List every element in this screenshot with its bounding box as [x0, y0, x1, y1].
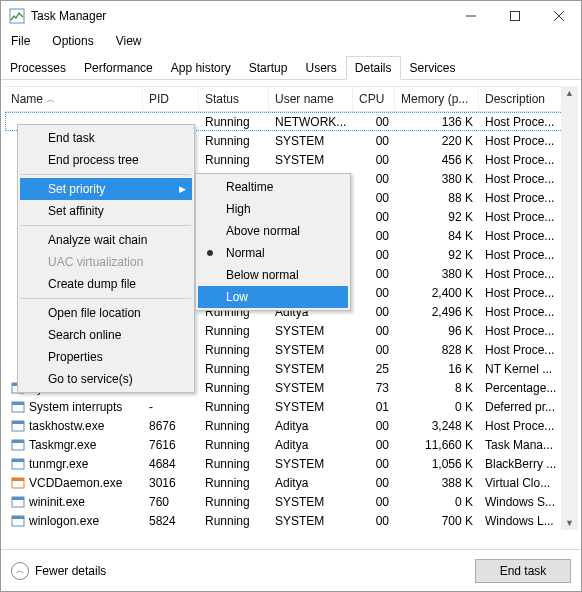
cell-user: Aditya [269, 438, 353, 452]
tab-services[interactable]: Services [401, 56, 465, 80]
priority-above-normal[interactable]: Above normal [198, 220, 348, 242]
table-row[interactable]: tunmgr.exe4684RunningSYSTEM001,056 KBlac… [5, 454, 577, 473]
cell-mem: 96 K [395, 324, 479, 338]
priority-realtime[interactable]: Realtime [198, 176, 348, 198]
close-button[interactable] [537, 1, 581, 31]
cell-mem: 8 K [395, 381, 479, 395]
svg-rect-2 [511, 12, 520, 21]
ctx-uac: UAC virtualization [20, 251, 192, 273]
table-row[interactable]: VCDDaemon.exe3016RunningAditya00388 KVir… [5, 473, 577, 492]
cell-cpu: 00 [353, 514, 395, 528]
cell-cpu: 00 [353, 115, 395, 129]
cell-status: Running [199, 362, 269, 376]
col-name[interactable]: Name︿ [5, 87, 143, 111]
cell-mem: 136 K [395, 115, 479, 129]
cell-status: Running [199, 134, 269, 148]
table-row[interactable]: Taskmgr.exe7616RunningAditya0011,660 KTa… [5, 435, 577, 454]
fewer-details-toggle[interactable]: ︿ Fewer details [11, 562, 106, 580]
cell-cpu: 00 [353, 419, 395, 433]
cell-mem: 0 K [395, 495, 479, 509]
priority-high[interactable]: High [198, 198, 348, 220]
cell-name: wininit.exe [5, 495, 143, 509]
priority-normal[interactable]: Normal [198, 242, 348, 264]
col-cpu[interactable]: CPU [353, 87, 395, 111]
cell-cpu: 00 [353, 476, 395, 490]
col-user[interactable]: User name [269, 87, 353, 111]
menu-options[interactable]: Options [48, 32, 97, 50]
separator [21, 298, 191, 299]
svg-rect-20 [12, 516, 24, 519]
cell-mem: 11,660 K [395, 438, 479, 452]
table-row[interactable]: System interrupts-RunningSYSTEM010 KDefe… [5, 397, 577, 416]
ctx-set-priority-label: Set priority [48, 182, 105, 196]
cell-status: Running [199, 514, 269, 528]
end-task-button[interactable]: End task [475, 559, 571, 583]
table-row[interactable]: winlogon.exe5824RunningSYSTEM00700 KWind… [5, 511, 577, 530]
cell-user: SYSTEM [269, 153, 353, 167]
ctx-set-affinity[interactable]: Set affinity [20, 200, 192, 222]
cell-name: Taskmgr.exe [5, 438, 143, 452]
tab-performance[interactable]: Performance [75, 56, 162, 80]
cell-status: Running [199, 419, 269, 433]
priority-below-normal[interactable]: Below normal [198, 264, 348, 286]
titlebar: Task Manager [1, 1, 581, 31]
cell-pid: 4684 [143, 457, 199, 471]
ctx-set-priority[interactable]: Set priority ▶ [20, 178, 192, 200]
cell-status: Running [199, 381, 269, 395]
table-row[interactable]: wininit.exe760RunningSYSTEM000 KWindows … [5, 492, 577, 511]
svg-rect-8 [12, 402, 24, 405]
footer: ︿ Fewer details End task [1, 549, 581, 591]
svg-rect-18 [12, 497, 24, 500]
sort-indicator-icon: ︿ [47, 94, 55, 105]
cell-pid: 8676 [143, 419, 199, 433]
tab-users[interactable]: Users [296, 56, 345, 80]
cell-pid: 7616 [143, 438, 199, 452]
priority-low[interactable]: Low [198, 286, 348, 308]
cell-user: SYSTEM [269, 495, 353, 509]
tab-startup[interactable]: Startup [240, 56, 297, 80]
minimize-button[interactable] [449, 1, 493, 31]
cell-mem: 3,248 K [395, 419, 479, 433]
separator [21, 174, 191, 175]
cell-user: SYSTEM [269, 362, 353, 376]
tab-details[interactable]: Details [346, 56, 401, 80]
menu-file[interactable]: File [7, 32, 34, 50]
cell-status: Running [199, 438, 269, 452]
cell-status: Running [199, 457, 269, 471]
svg-rect-14 [12, 459, 24, 462]
cell-name: tunmgr.exe [5, 457, 143, 471]
table-row[interactable]: taskhostw.exe8676RunningAditya003,248 KH… [5, 416, 577, 435]
col-status[interactable]: Status [199, 87, 269, 111]
cell-cpu: 00 [353, 286, 395, 300]
cell-mem: 16 K [395, 362, 479, 376]
maximize-button[interactable] [493, 1, 537, 31]
ctx-analyze[interactable]: Analyze wait chain [20, 229, 192, 251]
cell-cpu: 00 [353, 153, 395, 167]
tab-apphistory[interactable]: App history [162, 56, 240, 80]
scroll-up-icon[interactable]: ▲ [565, 86, 574, 100]
vertical-scrollbar[interactable]: ▲ ▼ [561, 86, 578, 530]
ctx-end-tree[interactable]: End process tree [20, 149, 192, 171]
cell-status: Running [199, 476, 269, 490]
ctx-search-online[interactable]: Search online [20, 324, 192, 346]
context-menu: End task End process tree Set priority ▶… [17, 124, 195, 393]
window-title: Task Manager [31, 9, 449, 23]
col-memory[interactable]: Memory (p... [395, 87, 479, 111]
tab-processes[interactable]: Processes [1, 56, 75, 80]
col-pid[interactable]: PID [143, 87, 199, 111]
ctx-properties[interactable]: Properties [20, 346, 192, 368]
ctx-goto-services[interactable]: Go to service(s) [20, 368, 192, 390]
ctx-dump[interactable]: Create dump file [20, 273, 192, 295]
ctx-end-task[interactable]: End task [20, 127, 192, 149]
cell-status: Running [199, 324, 269, 338]
cell-cpu: 00 [353, 172, 395, 186]
cell-cpu: 00 [353, 324, 395, 338]
menu-view[interactable]: View [112, 32, 146, 50]
priority-submenu: Realtime High Above normal Normal Below … [195, 173, 351, 311]
ctx-open-location[interactable]: Open file location [20, 302, 192, 324]
cell-name: VCDDaemon.exe [5, 476, 143, 490]
cell-status: Running [199, 115, 269, 129]
cell-user: Aditya [269, 476, 353, 490]
checked-icon [207, 250, 213, 256]
scroll-down-icon[interactable]: ▼ [565, 516, 574, 530]
